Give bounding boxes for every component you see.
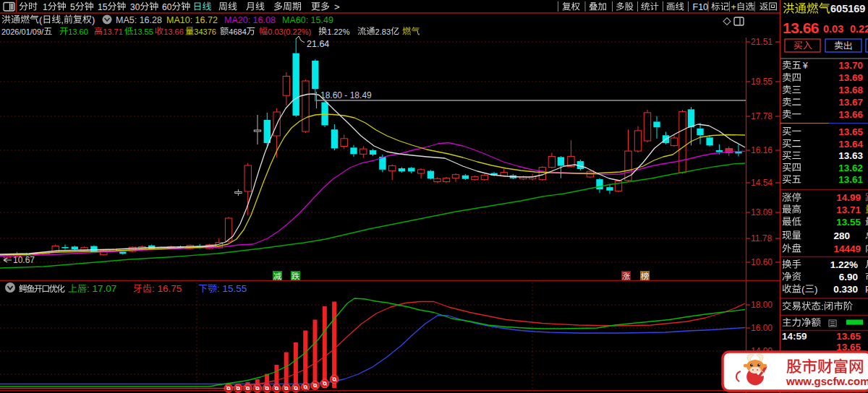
svg-text:¥: ¥ bbox=[802, 61, 808, 71]
svg-text:21.51: 21.51 bbox=[751, 37, 773, 47]
svg-text:2.83: 2.83 bbox=[375, 27, 391, 36]
svg-text:www.gscfw.com: www.gscfw.com bbox=[786, 375, 868, 387]
svg-text:19.55: 19.55 bbox=[751, 77, 773, 87]
svg-text:13.65: 13.65 bbox=[838, 126, 863, 137]
svg-text:13.55: 13.55 bbox=[133, 27, 153, 36]
svg-text:: 16.75: : 16.75 bbox=[152, 283, 182, 294]
svg-text:1.22%: 1.22% bbox=[830, 259, 858, 270]
svg-text:13.64: 13.64 bbox=[838, 139, 863, 150]
svg-text:11.78: 11.78 bbox=[751, 233, 772, 243]
svg-text:10.67: 10.67 bbox=[13, 255, 35, 265]
svg-text:(: ( bbox=[801, 284, 805, 295]
svg-text:MA10: 16.72: MA10: 16.72 bbox=[166, 15, 218, 25]
svg-text:16.16: 16.16 bbox=[751, 145, 773, 155]
svg-text:F10: F10 bbox=[693, 2, 709, 12]
svg-text:13.66: 13.66 bbox=[838, 109, 863, 120]
svg-text:10.60: 10.60 bbox=[751, 257, 773, 267]
svg-text:0.330: 0.330 bbox=[833, 284, 858, 295]
svg-text:13.63: 13.63 bbox=[838, 150, 863, 161]
svg-text:4684: 4684 bbox=[229, 27, 246, 36]
svg-text:280: 280 bbox=[833, 230, 850, 241]
svg-text:2026/01/09/: 2026/01/09/ bbox=[1, 27, 44, 36]
svg-text:1.22%: 1.22% bbox=[327, 27, 349, 36]
svg-text:,: , bbox=[61, 14, 64, 25]
svg-text::: : bbox=[821, 301, 824, 312]
svg-text:5: 5 bbox=[70, 2, 75, 12]
svg-text:): ) bbox=[92, 14, 95, 25]
svg-text:14.54: 14.54 bbox=[751, 178, 773, 188]
svg-text:14:59: 14:59 bbox=[782, 331, 807, 342]
svg-text:13.71: 13.71 bbox=[836, 204, 861, 215]
svg-text:13.65: 13.65 bbox=[836, 331, 861, 342]
svg-text:P: P bbox=[865, 284, 868, 295]
svg-text:13.09: 13.09 bbox=[751, 207, 773, 217]
svg-text:>: > bbox=[334, 1, 340, 12]
svg-text:60: 60 bbox=[162, 2, 172, 12]
svg-text:14449: 14449 bbox=[833, 243, 861, 254]
svg-text:13.61: 13.61 bbox=[838, 174, 863, 185]
svg-text:30: 30 bbox=[130, 2, 140, 12]
svg-text:: 15.55: : 15.55 bbox=[217, 283, 247, 294]
svg-text:: 17.07: : 17.07 bbox=[87, 283, 116, 294]
svg-text:6.90: 6.90 bbox=[839, 272, 858, 282]
svg-text:13.60: 13.60 bbox=[68, 27, 88, 36]
svg-text:15: 15 bbox=[98, 2, 108, 12]
svg-text:+: + bbox=[731, 2, 736, 12]
svg-text:13.66: 13.66 bbox=[163, 27, 184, 36]
svg-text:出: 出 bbox=[843, 40, 853, 51]
svg-text:13.66: 13.66 bbox=[783, 20, 819, 36]
svg-text:13.68: 13.68 bbox=[838, 85, 863, 95]
svg-text:18.00: 18.00 bbox=[751, 300, 773, 310]
svg-text:MA20: 16.08: MA20: 16.08 bbox=[224, 15, 276, 25]
svg-text:0.22: 0.22 bbox=[850, 23, 868, 35]
svg-text:21.64: 21.64 bbox=[307, 39, 329, 49]
svg-text:13.71: 13.71 bbox=[103, 27, 123, 36]
svg-text:34376: 34376 bbox=[194, 27, 216, 36]
svg-text:13.62: 13.62 bbox=[838, 163, 863, 173]
svg-text:MA60: 15.49: MA60: 15.49 bbox=[282, 15, 333, 25]
svg-text:MA5: 16.28: MA5: 16.28 bbox=[116, 15, 162, 25]
svg-text:(: ( bbox=[39, 14, 43, 25]
svg-text:13.69: 13.69 bbox=[838, 72, 863, 83]
svg-text:16.00: 16.00 bbox=[751, 323, 773, 333]
svg-text:0.03(0.22%): 0.03(0.22%) bbox=[268, 27, 311, 36]
svg-text:605169: 605169 bbox=[830, 3, 865, 14]
svg-text:): ) bbox=[814, 284, 818, 295]
svg-text:13.70: 13.70 bbox=[838, 60, 863, 71]
svg-text:0.03: 0.03 bbox=[823, 23, 843, 35]
svg-text:14.99: 14.99 bbox=[836, 192, 861, 203]
svg-text:1: 1 bbox=[43, 2, 48, 12]
svg-text:13.67: 13.67 bbox=[838, 97, 863, 108]
svg-text:18.60 - 18.49: 18.60 - 18.49 bbox=[320, 90, 372, 100]
svg-text:13.55: 13.55 bbox=[836, 217, 861, 228]
svg-text:17.78: 17.78 bbox=[751, 111, 773, 121]
